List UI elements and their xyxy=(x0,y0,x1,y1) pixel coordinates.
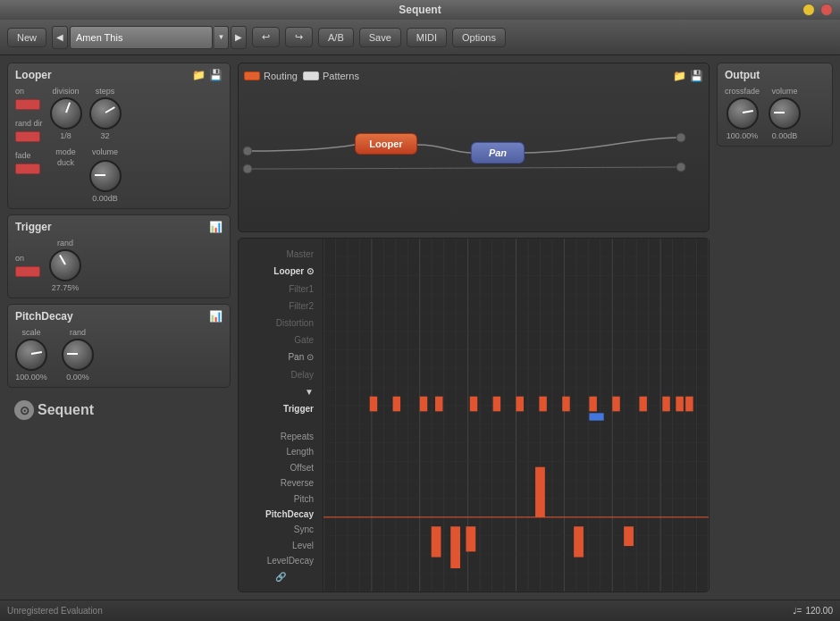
looper-folder-icon[interactable]: 📁 xyxy=(192,69,206,81)
output-crossfade-knob[interactable] xyxy=(727,97,759,130)
seq-label-delay: Delay xyxy=(242,366,319,383)
routing-indicator xyxy=(244,71,260,80)
preset-area: ◀ ▶ xyxy=(52,26,247,49)
ab-button[interactable]: A/B xyxy=(318,28,354,47)
tab-patterns[interactable]: Patterns xyxy=(303,71,359,81)
output-crossfade-value: 100.00% xyxy=(727,131,759,140)
pd-rand-knob[interactable] xyxy=(62,339,94,371)
looper-fade-toggle[interactable] xyxy=(15,164,40,174)
looper-randdir-toggle[interactable] xyxy=(15,131,40,142)
pd-rand-group: rand 0.00% xyxy=(62,328,94,382)
trigger-on-group: on xyxy=(15,254,40,277)
node-looper-label: Looper xyxy=(369,138,402,149)
new-button[interactable]: New xyxy=(7,28,46,47)
midi-button[interactable]: MIDI xyxy=(407,28,447,47)
trigger-rand-knob[interactable] xyxy=(49,249,81,281)
pd-rand-value: 0.00% xyxy=(66,373,89,382)
trigger-rand-label: rand xyxy=(57,239,73,248)
seq-content[interactable] xyxy=(323,239,709,592)
seq-link-icon[interactable]: 🔗 xyxy=(242,569,319,584)
app-title: Sequent xyxy=(399,4,441,16)
trigger-header: Trigger 📊 xyxy=(15,221,223,233)
logo-area: ⊙ Sequent xyxy=(7,393,231,427)
bpm-display: ♩= 120.00 xyxy=(793,606,833,616)
output-title: Output xyxy=(725,69,825,81)
bpm-value: 120.00 xyxy=(805,606,833,616)
node-pan[interactable]: Pan xyxy=(471,142,525,164)
seq-label-distortion: Distortion xyxy=(242,315,319,331)
output-box: Output crossfade 100.00% volume 0.00dB xyxy=(717,63,833,147)
patterns-tab-label: Patterns xyxy=(323,71,359,81)
preset-prev-button[interactable]: ◀ xyxy=(52,26,68,49)
looper-title: Looper xyxy=(15,69,52,81)
seq-label-gate: Gate xyxy=(242,331,319,348)
seq-label-looper[interactable]: Looper ⊙ xyxy=(242,263,319,280)
output-volume-group: volume 0.00dB xyxy=(769,87,801,140)
routing-save-icon[interactable]: 💾 xyxy=(690,70,703,82)
looper-header: Looper 📁 💾 xyxy=(15,69,223,81)
right-panel: Routing Patterns 📁 💾 xyxy=(238,63,710,592)
looper-steps-label: steps xyxy=(96,87,115,96)
trigger-on-toggle[interactable] xyxy=(15,266,40,277)
seq-label-pan[interactable]: Pan ⊙ xyxy=(242,348,319,365)
options-button[interactable]: Options xyxy=(452,28,506,47)
pd-scale-knob[interactable] xyxy=(15,339,47,371)
patterns-indicator xyxy=(303,71,319,80)
seq-label-trigger: Trigger xyxy=(242,400,319,417)
logo-icon: ⊙ xyxy=(14,400,34,420)
pitchdecay-header: PitchDecay 📊 xyxy=(15,310,223,323)
pitchdecay-stats-icon[interactable]: 📊 xyxy=(209,310,223,323)
looper-section: Looper 📁 💾 on rand dir fade xyxy=(7,63,231,209)
save-button[interactable]: Save xyxy=(359,28,401,47)
preset-name-input[interactable] xyxy=(70,26,213,49)
trigger-stats-icon[interactable]: 📊 xyxy=(209,221,223,233)
window-controls xyxy=(802,4,833,16)
undo-button[interactable]: ↩ xyxy=(252,27,280,47)
pitchdecay-controls: scale 100.00% rand 0.00% xyxy=(15,328,223,382)
looper-steps-value: 32 xyxy=(101,131,110,140)
seq-labels: Master Looper ⊙ Filter1 Filter2 Distorti… xyxy=(239,239,323,592)
looper-volume-knob[interactable] xyxy=(89,160,122,192)
logo-name: Sequent xyxy=(38,402,94,418)
preset-next-button[interactable]: ▶ xyxy=(231,26,247,49)
svg-point-2 xyxy=(243,164,252,173)
seq-label-master: Master xyxy=(242,246,319,263)
preset-dropdown-button[interactable] xyxy=(214,26,229,49)
looper-division-value: 1/8 xyxy=(60,131,71,140)
looper-mode-value: duck xyxy=(57,158,74,167)
tab-routing[interactable]: Routing xyxy=(244,71,298,81)
looper-steps-knob[interactable] xyxy=(89,97,122,130)
toolbar: New ◀ ▶ ↩ ↪ A/B Save MIDI Options xyxy=(0,20,840,55)
output-volume-value: 0.00dB xyxy=(772,131,798,140)
seq-label-filter1: Filter1 xyxy=(242,280,319,297)
routing-tab-label: Routing xyxy=(264,71,298,81)
redo-button[interactable]: ↪ xyxy=(285,27,313,47)
seq-label-pitch: Pitch xyxy=(242,491,319,506)
pd-scale-label: scale xyxy=(21,328,40,337)
bpm-icon: ♩= xyxy=(793,606,802,616)
output-volume-knob[interactable] xyxy=(769,97,801,130)
close-button[interactable] xyxy=(820,4,833,16)
looper-division-knob[interactable] xyxy=(50,97,82,130)
left-panel: Looper 📁 💾 on rand dir fade xyxy=(7,63,231,592)
routing-tab-icons: 📁 💾 xyxy=(673,70,703,82)
pitchdecay-title: PitchDecay xyxy=(15,310,73,323)
looper-save-icon[interactable]: 💾 xyxy=(209,69,223,81)
output-panel: Output crossfade 100.00% volume 0.00dB xyxy=(717,63,833,592)
node-looper[interactable]: Looper xyxy=(355,133,417,155)
seq-label-pitchdecay: PitchDecay xyxy=(242,507,319,522)
logo-symbol: ⊙ xyxy=(20,404,29,417)
routing-folder-icon[interactable]: 📁 xyxy=(673,70,686,82)
looper-randdir-label: rand dir xyxy=(15,119,43,128)
minimize-button[interactable] xyxy=(802,4,815,16)
pd-scale-group: scale 100.00% xyxy=(15,328,47,382)
pd-rand-label: rand xyxy=(70,328,86,337)
seq-label-leveldecay: LevelDecay xyxy=(242,553,319,568)
seq-dropdown-arrow[interactable]: ▼ xyxy=(242,383,319,400)
seq-label-offset: Offset xyxy=(242,459,319,474)
tab-strip: Routing Patterns 📁 💾 xyxy=(239,63,709,88)
looper-on-toggle[interactable] xyxy=(15,99,40,110)
pd-scale-value: 100.00% xyxy=(15,373,47,382)
seq-label-reverse: Reverse xyxy=(242,475,319,491)
pitchdecay-section: PitchDecay 📊 scale 100.00% rand 0.00% xyxy=(7,304,231,388)
